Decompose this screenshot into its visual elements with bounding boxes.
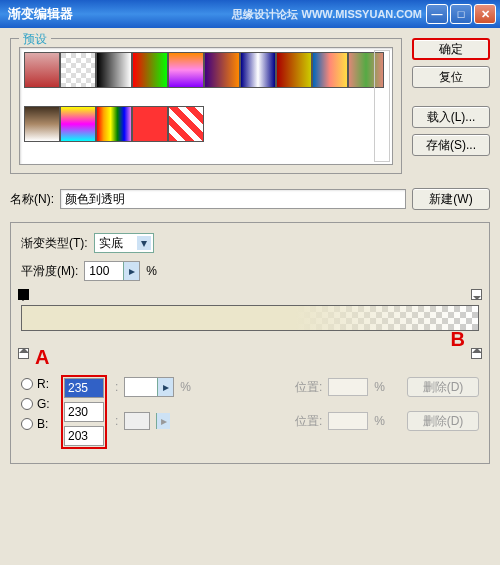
preset-swatch[interactable]: [204, 52, 240, 88]
triangle-right-icon[interactable]: ▸: [156, 413, 170, 429]
save-button[interactable]: 存储(S)...: [412, 134, 490, 156]
marker-b: B: [451, 328, 465, 351]
triangle-right-icon[interactable]: ▸: [123, 262, 139, 280]
titlebar: 渐变编辑器 思缘设计论坛 WWW.MISSYUAN.COM — □ ✕: [0, 0, 500, 28]
preset-swatch[interactable]: [132, 52, 168, 88]
preset-swatch[interactable]: [132, 106, 168, 142]
smooth-input[interactable]: 100 ▸: [84, 261, 140, 281]
window-buttons: — □ ✕: [426, 4, 496, 24]
radio-b[interactable]: [21, 418, 33, 430]
preset-swatch[interactable]: [312, 52, 348, 88]
gradtype-value: 实底: [99, 235, 123, 252]
r-input[interactable]: 235: [64, 378, 104, 398]
g-input[interactable]: 230: [64, 402, 104, 422]
color-label: :: [115, 414, 118, 428]
color-stop-right[interactable]: [471, 348, 482, 359]
pos2-label: 位置:: [295, 413, 322, 430]
color-stop-left[interactable]: [18, 348, 29, 359]
preset-swatch[interactable]: [240, 52, 276, 88]
watermark-text: 思缘设计论坛: [232, 7, 298, 22]
watermark-url: WWW.MISSYUAN.COM: [302, 8, 422, 20]
preset-swatch[interactable]: [60, 52, 96, 88]
preset-swatch[interactable]: [168, 106, 204, 142]
g-label: G:: [37, 397, 53, 411]
b-label: B:: [37, 417, 53, 431]
gradient-editor: A B: [21, 289, 479, 359]
delete1-button[interactable]: 删除(D): [407, 377, 479, 397]
pos1-input[interactable]: [328, 378, 368, 396]
triangle-right-icon: ▸: [157, 378, 173, 396]
stops-panel: R: G: B: 235 230 203: [21, 375, 479, 449]
presets-legend: 预设: [19, 31, 51, 48]
preset-swatch[interactable]: [24, 106, 60, 142]
pct1-label: %: [374, 380, 385, 394]
opacity-stop-right[interactable]: [471, 289, 482, 300]
window-title: 渐变编辑器: [4, 5, 232, 23]
preset-swatch[interactable]: [24, 52, 60, 88]
load-button[interactable]: 载入(L)...: [412, 106, 490, 128]
pos2-input[interactable]: [328, 412, 368, 430]
preset-scrollbar[interactable]: [374, 50, 390, 162]
preset-swatch[interactable]: [60, 106, 96, 142]
smooth-label: 平滑度(M):: [21, 263, 78, 280]
preset-swatch[interactable]: [276, 52, 312, 88]
percent-label: %: [146, 264, 157, 278]
dialog-body: 预设 确定 复位: [0, 28, 500, 474]
delete2-button[interactable]: 删除(D): [407, 411, 479, 431]
minimize-button[interactable]: —: [426, 4, 448, 24]
presets-group: 预设: [10, 38, 402, 174]
color-swatch[interactable]: [124, 412, 150, 430]
preset-swatches: [19, 47, 393, 165]
opacity-label: :: [115, 380, 118, 394]
gradtype-select[interactable]: 实底 ▾: [94, 233, 154, 253]
radio-g[interactable]: [21, 398, 33, 410]
chevron-down-icon: ▾: [137, 236, 151, 250]
r-label: R:: [37, 377, 53, 391]
name-label: 名称(N):: [10, 191, 54, 208]
pct-label: %: [180, 380, 191, 394]
ok-button[interactable]: 确定: [412, 38, 490, 60]
side-buttons: 确定 复位 载入(L)... 存储(S)...: [412, 38, 490, 156]
close-button[interactable]: ✕: [474, 4, 496, 24]
reset-button[interactable]: 复位: [412, 66, 490, 88]
opacity-stop-left[interactable]: [18, 289, 29, 300]
gradient-bar[interactable]: [21, 305, 479, 331]
opacity-input[interactable]: ▸: [124, 377, 174, 397]
new-button[interactable]: 新建(W): [412, 188, 490, 210]
pos1-label: 位置:: [295, 379, 322, 396]
gradtype-label: 渐变类型(T):: [21, 235, 88, 252]
pct2-label: %: [374, 414, 385, 428]
smooth-value: 100: [89, 264, 109, 278]
radio-r[interactable]: [21, 378, 33, 390]
rgb-highlight: 235 230 203: [61, 375, 107, 449]
preset-swatch[interactable]: [96, 52, 132, 88]
marker-a: A: [35, 346, 49, 369]
gradient-group: 渐变类型(T): 实底 ▾ 平滑度(M): 100 ▸ % A B: [10, 222, 490, 464]
preset-swatch[interactable]: [168, 52, 204, 88]
maximize-button[interactable]: □: [450, 4, 472, 24]
preset-swatch[interactable]: [96, 106, 132, 142]
b-input[interactable]: 203: [64, 426, 104, 446]
name-input[interactable]: [60, 189, 406, 209]
